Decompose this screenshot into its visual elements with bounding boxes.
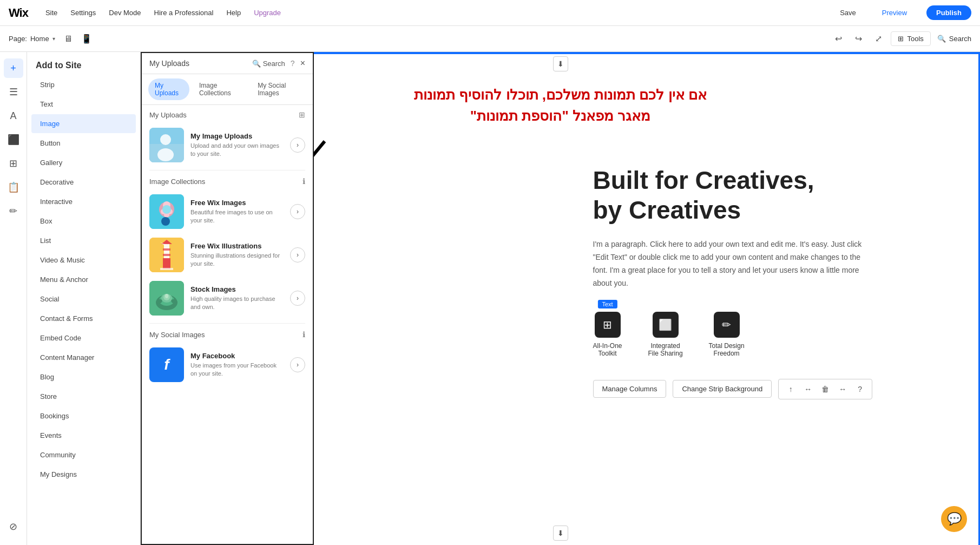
redo-icon[interactable]: ↪ — [853, 31, 864, 46]
add-panel-item-events[interactable]: Events — [31, 426, 136, 445]
tab-social-images[interactable]: My Social Images — [251, 78, 306, 100]
sidebar-media-icon[interactable]: ⬛ — [4, 130, 23, 149]
add-panel-item-gallery[interactable]: Gallery — [31, 153, 136, 172]
add-panel-item-embed[interactable]: Embed Code — [31, 329, 136, 347]
strip-up-icon[interactable]: ↑ — [783, 382, 798, 397]
sidebar-layers-bottom-icon[interactable]: ⊘ — [4, 517, 23, 536]
strip-help-icon[interactable]: ? — [852, 382, 867, 397]
my-facebook-item[interactable]: f My Facebook Use images from your Faceb… — [149, 343, 305, 386]
close-icon[interactable]: × — [300, 58, 305, 68]
add-panel-item-text[interactable]: Text — [31, 95, 136, 114]
mobile-icon[interactable]: 📱 — [79, 31, 94, 46]
facebook-thumbnail: f — [149, 347, 184, 382]
my-image-uploads-item[interactable]: My Image Uploads Upload and add your own… — [149, 123, 305, 167]
my-facebook-arrow[interactable]: › — [290, 357, 305, 372]
nav-settings[interactable]: Settings — [70, 9, 96, 17]
svg-rect-13 — [164, 243, 169, 259]
nav-devmode[interactable]: Dev Mode — [109, 9, 141, 17]
free-wix-images-arrow[interactable]: › — [290, 204, 305, 219]
device-icons: 🖥 📱 — [62, 31, 94, 46]
nav-upgrade[interactable]: Upgrade — [254, 9, 281, 17]
strip-delete-icon[interactable]: 🗑 — [818, 382, 833, 397]
add-panel-item-menu[interactable]: Menu & Anchor — [31, 270, 136, 289]
tools-button[interactable]: ⊞ Tools — [891, 31, 930, 46]
tab-image-collections[interactable]: Image Collections — [193, 78, 248, 100]
strip-move-icon[interactable]: ↔ — [835, 382, 850, 397]
add-panel-item-decorative[interactable]: Decorative — [31, 173, 136, 192]
add-panel-item-list[interactable]: List — [31, 231, 136, 250]
info-icon-social[interactable]: ℹ — [302, 330, 305, 339]
manage-columns-button[interactable]: Manage Columns — [593, 380, 667, 398]
canvas-heading: Built for Creatives, by Creatives — [593, 166, 948, 225]
help-icon[interactable]: ? — [291, 59, 295, 68]
publish-button[interactable]: Publish — [926, 5, 971, 20]
sidebar-layers-icon[interactable]: 📋 — [4, 178, 23, 197]
facebook-logo: f — [164, 356, 169, 373]
my-uploads-header: My Uploads ⊞ — [149, 110, 305, 119]
add-panel-item-mydesigns[interactable]: My Designs — [31, 465, 136, 484]
add-panel-item-strip[interactable]: Strip — [31, 75, 136, 94]
tab-my-uploads[interactable]: My Uploads — [148, 78, 189, 100]
preview-button[interactable]: Preview — [876, 6, 913, 19]
add-panel-item-interactive[interactable]: Interactive — [31, 192, 136, 211]
feature-design-freedom[interactable]: ✏ Total DesignFreedom — [709, 312, 745, 357]
info-icon[interactable]: ℹ — [302, 177, 305, 186]
sidebar-text-icon[interactable]: A — [4, 106, 23, 126]
page-label: Page: — [9, 35, 27, 43]
page-selector[interactable]: Page: Home ▾ — [9, 35, 55, 43]
add-panel-item-store[interactable]: Store — [31, 387, 136, 406]
add-panel-item-box[interactable]: Box — [31, 212, 136, 231]
feature-icon-2: ⬜ — [653, 312, 679, 338]
sidebar-pages-icon[interactable]: ☰ — [4, 82, 23, 102]
stock-images-item[interactable]: Stock Images High quality images to purc… — [149, 277, 305, 320]
social-images-header: My Social Images ℹ — [149, 330, 305, 339]
free-wix-illustrations-info: Free Wix Illustrations Stunning illustra… — [190, 242, 284, 268]
search-label: Search — [263, 60, 285, 68]
sidebar-draw-icon[interactable]: ✏ — [4, 201, 23, 221]
add-panel-item-content[interactable]: Content Manager — [31, 348, 136, 367]
nav-site[interactable]: Site — [45, 9, 57, 17]
download-top-icon[interactable]: ⬇ — [553, 56, 568, 71]
media-panel-search[interactable]: 🔍 Search — [252, 60, 285, 68]
chat-button[interactable]: 💬 — [941, 506, 967, 532]
add-panel-item-social[interactable]: Social — [31, 290, 136, 308]
free-wix-illustrations-arrow[interactable]: › — [290, 247, 305, 262]
feature-file-sharing[interactable]: ⬜ IntegratedFile Sharing — [648, 312, 683, 357]
sidebar-add-icon[interactable]: + — [4, 58, 23, 78]
search-icon: 🔍 — [937, 35, 946, 43]
sidebar-apps-icon[interactable]: ⊞ — [4, 154, 23, 173]
section-image-collections: Image Collections ℹ — [142, 172, 313, 322]
nav-hire[interactable]: Hire a Professional — [154, 9, 214, 17]
add-panel: Add to Site Strip Text Image Button Gall… — [27, 52, 141, 545]
strip-expand-icon[interactable]: ↔ — [800, 382, 815, 397]
free-wix-illustrations-item[interactable]: Free Wix Illustrations Stunning illustra… — [149, 233, 305, 277]
grid-icon[interactable]: ⊞ — [299, 110, 305, 119]
add-panel-item-video[interactable]: Video & Music — [31, 251, 136, 270]
search-toolbar[interactable]: 🔍 Search — [937, 35, 971, 43]
download-bottom-icon[interactable]: ⬇ — [553, 526, 568, 541]
nav-help[interactable]: Help — [226, 9, 241, 17]
canvas-features: Text ⊞ All-In-OneToolkit ⬜ IntegratedFil… — [593, 312, 948, 357]
change-strip-button[interactable]: Change Strip Background — [673, 380, 772, 398]
add-panel-item-community[interactable]: Community — [31, 445, 136, 464]
free-wix-images-item[interactable]: Free Wix Images Beautiful free images to… — [149, 190, 305, 233]
search-icon: 🔍 — [252, 60, 261, 68]
canvas-paragraph: I'm a paragraph. Click here to add your … — [593, 238, 864, 290]
add-panel-item-image[interactable]: Image — [31, 114, 136, 133]
add-panel-item-button[interactable]: Button — [31, 134, 136, 153]
stock-images-arrow[interactable]: › — [290, 291, 305, 306]
media-panel-header: My Uploads 🔍 Search ? × — [142, 53, 313, 74]
svg-point-25 — [165, 294, 168, 298]
desktop-icon[interactable]: 🖥 — [62, 32, 75, 46]
search-label: Search — [949, 35, 971, 43]
feature-all-in-one[interactable]: ⊞ All-In-OneToolkit — [593, 312, 622, 357]
undo-icon[interactable]: ↩ — [833, 31, 844, 46]
add-panel-item-contact[interactable]: Contact & Forms — [31, 309, 136, 328]
wix-logo: Wix — [9, 6, 28, 20]
save-button[interactable]: Save — [833, 6, 863, 19]
strip-actions: Manage Columns Change Strip Background ↑… — [593, 379, 948, 399]
expand-icon[interactable]: ⤢ — [873, 31, 884, 46]
add-panel-item-blog[interactable]: Blog — [31, 367, 136, 386]
my-image-uploads-arrow[interactable]: › — [290, 137, 305, 153]
add-panel-item-bookings[interactable]: Bookings — [31, 406, 136, 425]
